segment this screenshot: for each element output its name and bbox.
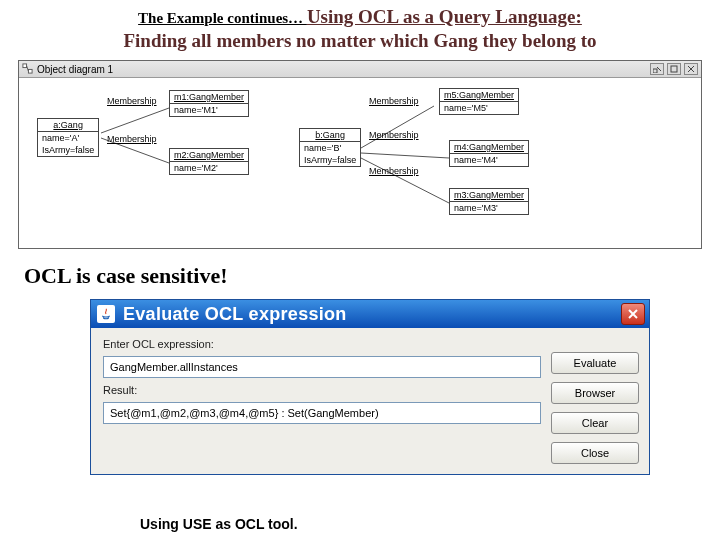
node-attr: name='M3': [450, 202, 528, 214]
svg-line-8: [101, 108, 169, 133]
minimize-button[interactable]: [650, 63, 664, 75]
node-title: m2:GangMember: [170, 149, 248, 162]
node-m2[interactable]: m2:GangMember name='M2': [169, 148, 249, 175]
node-attr: name='M1': [170, 104, 248, 116]
node-attr: name='A': [38, 132, 98, 144]
membership-label: Membership: [369, 130, 419, 140]
svg-line-12: [361, 158, 449, 203]
close-panel-button[interactable]: [684, 63, 698, 75]
node-title: m4:GangMember: [450, 141, 528, 154]
slide-header: The Example continues… Using OCL as a Qu…: [0, 0, 720, 54]
node-b-gang[interactable]: b:Gang name='B' IsArmy=false: [299, 128, 361, 167]
dialog-wrap: Evaluate OCL expression Enter OCL expres…: [90, 299, 650, 475]
case-sensitive-warning: OCL is case sensitive!: [24, 263, 696, 289]
header-line-2: Finding all members no matter which Gang…: [20, 30, 700, 52]
svg-rect-3: [653, 69, 657, 73]
svg-line-10: [361, 106, 434, 148]
object-diagram-title: Object diagram 1: [37, 64, 113, 75]
node-a-gang[interactable]: a:Gang name='A' IsArmy=false: [37, 118, 99, 157]
header-line-1: The Example continues… Using OCL as a Qu…: [20, 6, 700, 28]
object-diagram-canvas[interactable]: a:Gang name='A' IsArmy=false Membership …: [19, 78, 701, 248]
node-m3[interactable]: m3:GangMember name='M3': [449, 188, 529, 215]
footer-note: Using USE as OCL tool.: [140, 516, 298, 532]
node-title: m5:GangMember: [440, 89, 518, 102]
maximize-button[interactable]: [667, 63, 681, 75]
svg-line-4: [657, 67, 661, 71]
node-attr: name='M5': [440, 102, 518, 114]
header-prefix: The Example continues…: [138, 10, 307, 26]
node-title: a:Gang: [38, 119, 98, 132]
membership-label: Membership: [107, 96, 157, 106]
close-icon: [627, 308, 639, 320]
ocl-expression-input[interactable]: [103, 356, 541, 378]
node-m4[interactable]: m4:GangMember name='M4': [449, 140, 529, 167]
object-diagram-frame: Object diagram 1 a:Gang name='A' IsArmy=…: [18, 60, 702, 249]
node-m1[interactable]: m1:GangMember name='M1': [169, 90, 249, 117]
svg-rect-5: [671, 66, 677, 72]
object-diagram-titlebar: Object diagram 1: [19, 61, 701, 78]
node-attr: name='B': [300, 142, 360, 154]
header-main: Using OCL as a Query Language:: [307, 6, 582, 27]
result-label: Result:: [103, 384, 541, 396]
node-title: m3:GangMember: [450, 189, 528, 202]
clear-button[interactable]: Clear: [551, 412, 639, 434]
node-title: b:Gang: [300, 129, 360, 142]
svg-line-2: [27, 65, 29, 71]
evaluate-ocl-dialog: Evaluate OCL expression Enter OCL expres…: [90, 299, 650, 475]
dialog-titlebar[interactable]: Evaluate OCL expression: [91, 300, 649, 328]
node-attr: name='M4': [450, 154, 528, 166]
close-dialog-button[interactable]: Close: [551, 442, 639, 464]
enter-label: Enter OCL expression:: [103, 338, 541, 350]
evaluate-button[interactable]: Evaluate: [551, 352, 639, 374]
dialog-buttons: Evaluate Browser Clear Close: [551, 338, 639, 464]
node-m5[interactable]: m5:GangMember name='M5': [439, 88, 519, 115]
browser-button[interactable]: Browser: [551, 382, 639, 404]
dialog-body: Enter OCL expression: Result: Evaluate B…: [91, 328, 649, 474]
result-output: [103, 402, 541, 424]
svg-rect-0: [23, 63, 27, 67]
node-attr: name='M2': [170, 162, 248, 174]
node-attr: IsArmy=false: [300, 154, 360, 166]
node-title: m1:GangMember: [170, 91, 248, 104]
svg-line-11: [361, 153, 449, 158]
membership-label: Membership: [107, 134, 157, 144]
object-diagram-icon: [22, 63, 33, 76]
node-attr: IsArmy=false: [38, 144, 98, 156]
membership-label: Membership: [369, 166, 419, 176]
java-icon: [97, 305, 115, 323]
svg-rect-1: [28, 69, 32, 73]
dialog-fields: Enter OCL expression: Result:: [103, 338, 541, 464]
dialog-title: Evaluate OCL expression: [123, 304, 347, 325]
close-button[interactable]: [621, 303, 645, 325]
window-controls: [650, 63, 698, 75]
membership-label: Membership: [369, 96, 419, 106]
